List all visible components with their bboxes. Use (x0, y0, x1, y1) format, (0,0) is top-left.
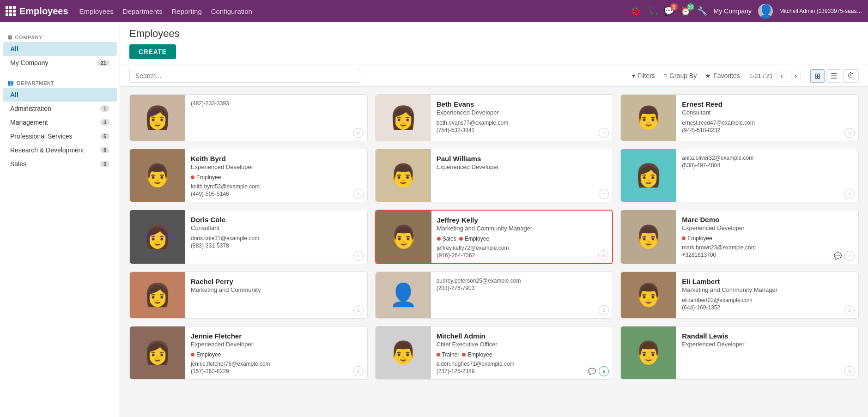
topnav-links: Employees Departments Reporting Configur… (79, 7, 619, 15)
wrench-icon[interactable]: 🔧 (697, 6, 707, 16)
card-status-button[interactable]: ○ (844, 305, 855, 315)
kanban-card[interactable]: 👩Jennie FletcherExperienced DeveloperEmp… (129, 326, 368, 380)
company-icon: ▦ (7, 34, 12, 40)
pager-prev[interactable]: ‹ (777, 71, 787, 81)
card-photo: 👨 (376, 149, 431, 202)
card-status-button[interactable]: ○ (353, 128, 364, 138)
kanban-card[interactable]: 👨Paul WilliamsExperienced Developer○ (375, 149, 613, 202)
card-status-button[interactable]: ○ (599, 128, 609, 138)
card-actions: ○ (599, 189, 609, 199)
card-job-title: Consultant (191, 224, 363, 232)
view-list-button[interactable]: ☰ (826, 69, 841, 83)
card-photo: 👨 (621, 326, 676, 379)
card-tag: Employee (191, 174, 221, 181)
card-name: Jennie Fletcher (191, 332, 363, 340)
grid-icon[interactable] (6, 6, 16, 16)
clock-icon[interactable]: ⏰ 30 (680, 6, 691, 16)
card-actions: ○ (353, 251, 364, 261)
kanban-card[interactable]: 👤audrey.peterson25@example.com(203)-276-… (375, 272, 613, 319)
card-status-button[interactable]: ○ (599, 189, 609, 199)
kanban-card[interactable]: 👨Mitchell AdminChief Executive OfficerTr… (375, 326, 613, 380)
card-status-button[interactable]: ○ (353, 189, 364, 199)
sidebar-item-administration[interactable]: Administration 1 (3, 102, 117, 115)
filters-button[interactable]: ▾ Filters (632, 72, 655, 79)
card-phone: (237)-125-2389 (437, 368, 608, 375)
card-actions: ○ (844, 189, 855, 199)
kanban-card[interactable]: 👨Eli LambertMarketing and Community Mana… (620, 272, 859, 319)
pager-next[interactable]: › (791, 71, 801, 81)
card-tag: Sales (437, 236, 456, 242)
card-status-button[interactable]: ○ (844, 189, 855, 199)
view-activity-button[interactable]: ⏱ (843, 69, 859, 83)
card-actions: ○ (353, 189, 364, 199)
groupby-button[interactable]: ≡ Group By (663, 72, 697, 79)
card-email: keith.byrd52@example.com (191, 183, 363, 190)
card-photo: 👨 (621, 95, 676, 141)
phone-icon[interactable]: 📞 (647, 6, 657, 16)
view-kanban-button[interactable]: ⊞ (810, 69, 825, 83)
card-photo: 👩 (376, 95, 431, 141)
favorites-button[interactable]: ★ Favorites (705, 72, 740, 79)
card-email: (482)-233-3393 (191, 100, 363, 107)
card-status-button[interactable]: ○ (844, 128, 855, 138)
sidebar-item-dept-all[interactable]: All (3, 88, 117, 102)
card-email: ernest.reed47@example.com (682, 120, 854, 126)
card-tags: SalesEmployee (437, 236, 608, 242)
search-input[interactable] (129, 69, 360, 83)
kanban-card[interactable]: 👩Doris ColeConsultantdoris.cole31@exampl… (129, 210, 368, 264)
sidebar-item-company-all[interactable]: All (3, 42, 117, 56)
kanban-card[interactable]: 👨Keith ByrdExperienced DeveloperEmployee… (129, 149, 368, 202)
card-photo: 👨 (376, 211, 431, 263)
kanban-card[interactable]: 👩Rachel PerryMarketing and Community○ (129, 272, 368, 319)
card-email: doris.cole31@example.com (191, 235, 363, 242)
nav-employees[interactable]: Employees (79, 7, 114, 15)
card-job-title: Chief Executive Officer (437, 341, 608, 349)
kanban-card[interactable]: 👨Jeffrey KellyMarketing and Community Ma… (375, 210, 613, 264)
card-name: Mitchell Admin (437, 332, 608, 340)
kanban-card[interactable]: 👨Randall LewisExperienced Developer○ (620, 326, 859, 380)
card-email: jennie.fletcher76@example.com (191, 361, 363, 367)
card-photo: 👩 (621, 149, 676, 202)
kanban-card[interactable]: 👩anita.oliver32@example.com(538)-497-480… (620, 149, 859, 202)
sidebar-item-research-development[interactable]: Research & Development 8 (3, 143, 117, 157)
card-chat-button[interactable]: 💬 (834, 252, 842, 260)
card-tag: Employee (682, 235, 712, 242)
topbar: Employees Employees Departments Reportin… (0, 0, 868, 22)
card-phone: (449)-505-5146 (191, 191, 363, 197)
card-actions: ○ (599, 305, 609, 315)
card-status-button[interactable]: ○ (353, 251, 364, 261)
card-tag: Employee (462, 351, 492, 358)
card-status-button[interactable]: ● (599, 366, 609, 376)
card-status-button[interactable]: ○ (598, 250, 608, 260)
kanban-card[interactable]: 👨Marc DemoExperienced DeveloperEmployeem… (620, 210, 859, 264)
sidebar-item-my-company[interactable]: My Company 21 (3, 56, 117, 70)
chat-icon[interactable]: 💬 5 (664, 6, 674, 16)
nav-configuration[interactable]: Configuration (211, 7, 252, 15)
card-photo: 👩 (130, 210, 185, 264)
sidebar: ▦ COMPANY All My Company 21 👥 DEPARTMENT… (0, 22, 120, 417)
card-status-button[interactable]: ○ (353, 366, 364, 376)
card-status-button[interactable]: ○ (353, 305, 364, 315)
page-actions: CREATE (129, 44, 859, 59)
create-button[interactable]: CREATE (129, 44, 176, 59)
sidebar-item-sales[interactable]: Sales 3 (3, 157, 117, 171)
card-status-button[interactable]: ○ (599, 305, 609, 315)
nav-departments[interactable]: Departments (123, 7, 163, 15)
sidebar-item-management[interactable]: Management 3 (3, 115, 117, 129)
card-status-button[interactable]: ○ (844, 366, 855, 376)
bug-icon[interactable]: 🐞 (631, 6, 641, 16)
card-tags: Employee (191, 174, 363, 181)
card-job-title: Marketing and Community Manager (437, 225, 608, 233)
avatar[interactable]: 👤 (758, 4, 773, 18)
card-chat-button[interactable]: 💬 (588, 368, 596, 375)
sidebar-item-professional-services[interactable]: Professional Services 5 (3, 129, 117, 143)
card-job-title: Experienced Developer (437, 163, 608, 171)
card-status-button[interactable]: ○ (844, 251, 855, 261)
kanban-card[interactable]: 👩(482)-233-3393○ (129, 94, 368, 141)
kanban-card[interactable]: 👨Ernest ReedConsultanternest.reed47@exam… (620, 94, 859, 141)
kanban-card[interactable]: 👩Beth EvansExperienced Developerbeth.eva… (375, 94, 613, 141)
nav-reporting[interactable]: Reporting (172, 7, 202, 15)
card-name: Ernest Reed (682, 100, 854, 108)
card-actions: ○ (844, 366, 855, 376)
card-photo: 👨 (621, 272, 676, 318)
